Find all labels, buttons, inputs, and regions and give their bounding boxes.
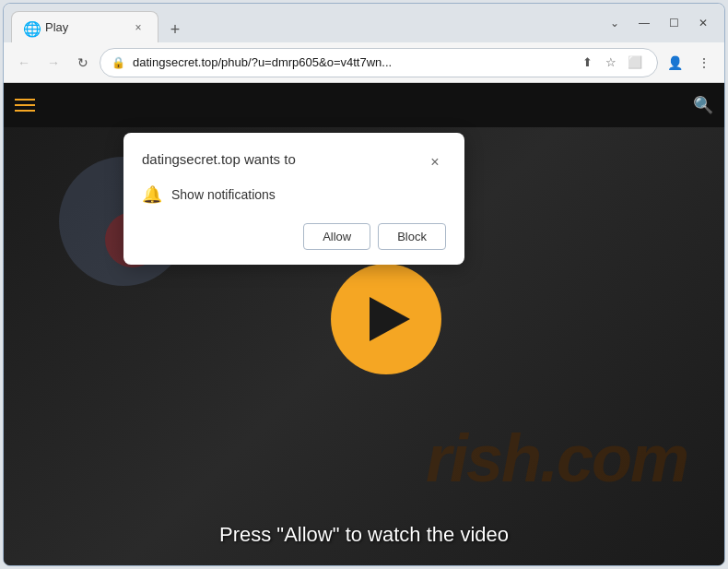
- tab-close-button[interactable]: ×: [130, 19, 147, 36]
- address-bar-input[interactable]: 🔒 datingsecret.top/phub/?u=dmrp605&o=v4t…: [100, 48, 658, 77]
- title-bar: 🌐 Play × + ⌄ — ☐ ✕: [4, 4, 724, 42]
- tab-strip: 🌐 Play × +: [11, 4, 601, 42]
- notification-label: Show notifications: [171, 187, 276, 202]
- block-button[interactable]: Block: [378, 223, 446, 250]
- allow-button[interactable]: Allow: [303, 223, 370, 250]
- content-area: 🔍 rish.com Press "Allow" to watch the vi…: [4, 83, 724, 565]
- address-bar: ← → ↻ 🔒 datingsecret.top/phub/?u=dmrp605…: [4, 42, 724, 83]
- hamburger-line-3: [15, 110, 35, 112]
- menu-button[interactable]: ⋮: [691, 50, 717, 76]
- new-tab-button[interactable]: +: [162, 17, 188, 42]
- popup-notification-row: 🔔 Show notifications: [142, 184, 446, 205]
- tab-favicon: 🌐: [23, 20, 38, 35]
- popup-title: datingsecret.top wants to: [142, 151, 296, 167]
- popup-buttons: Allow Block: [142, 223, 446, 250]
- url-text: datingsecret.top/phub/?u=dmrp605&o=v4tt7…: [133, 55, 569, 69]
- title-bar-controls: ⌄ — ☐ ✕: [601, 12, 717, 34]
- forward-button[interactable]: →: [41, 50, 66, 76]
- hamburger-line-1: [15, 99, 35, 101]
- active-tab[interactable]: 🌐 Play ×: [11, 11, 159, 42]
- refresh-button[interactable]: ↻: [70, 50, 96, 76]
- site-search-icon[interactable]: 🔍: [693, 95, 713, 115]
- back-button[interactable]: ←: [11, 50, 37, 76]
- play-button[interactable]: [331, 264, 441, 374]
- popup-close-button[interactable]: ×: [424, 151, 446, 173]
- bell-icon: 🔔: [142, 184, 162, 205]
- site-watermark: rish.com: [426, 425, 687, 492]
- popup-header: datingsecret.top wants to ×: [142, 151, 446, 173]
- address-action-icons: ⬆ ☆ ⬜: [576, 52, 646, 74]
- maximize-button[interactable]: ☐: [660, 12, 687, 34]
- video-caption-text: Press "Allow" to watch the video: [4, 523, 724, 547]
- profile-button[interactable]: 👤: [662, 50, 687, 76]
- browser-window: 🌐 Play × + ⌄ — ☐ ✕ ← → ↻ 🔒 datingsecret.…: [3, 3, 725, 566]
- hamburger-menu-icon[interactable]: [15, 99, 35, 112]
- chevron-down-button[interactable]: ⌄: [601, 12, 628, 34]
- tab-title: Play: [45, 20, 123, 34]
- minimize-button[interactable]: —: [630, 12, 658, 34]
- notification-popup: datingsecret.top wants to × 🔔 Show notif…: [123, 133, 464, 265]
- play-triangle-icon: [370, 297, 410, 341]
- lock-icon: 🔒: [112, 56, 125, 69]
- share-icon[interactable]: ⬆: [576, 52, 598, 74]
- hamburger-line-2: [15, 104, 35, 106]
- split-view-icon[interactable]: ⬜: [624, 52, 646, 74]
- close-button[interactable]: ✕: [689, 12, 717, 34]
- site-navbar: 🔍: [4, 83, 724, 127]
- bookmark-icon[interactable]: ☆: [600, 52, 622, 74]
